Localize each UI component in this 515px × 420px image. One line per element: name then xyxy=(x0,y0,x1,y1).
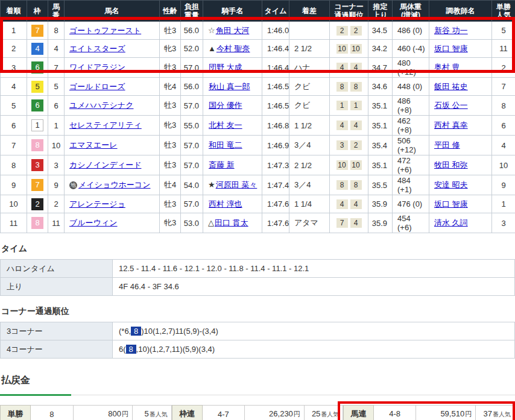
frame-cell: 8 xyxy=(27,213,48,233)
sex-age: 牝3 xyxy=(160,40,181,58)
payout-combination: 4-8 xyxy=(374,406,416,420)
trainer-link[interactable]: 奥村 豊 xyxy=(434,63,460,72)
horse-name-cell: エイトスターズ xyxy=(65,40,160,58)
finish-time: 1:46.4 xyxy=(262,40,289,58)
payout-amount: 59,510円 xyxy=(416,406,476,420)
horse-number: 2 xyxy=(48,195,65,213)
agari-label: 上り xyxy=(1,278,113,296)
corner-positions: 44 xyxy=(330,116,368,136)
last-3f: 34.6 xyxy=(368,78,393,96)
win-popularity: 5 xyxy=(492,22,515,40)
horse-name-link[interactable]: エイトスターズ xyxy=(69,44,125,53)
horse-name-cell: アレンテージョ xyxy=(65,195,160,213)
horse-weight: 484 (+1) xyxy=(393,175,429,195)
jockey-link[interactable]: 秋山 真一郎 xyxy=(209,82,250,91)
last-3f: 35.1 xyxy=(368,96,393,116)
horse-name-link[interactable]: エマヌエーレ xyxy=(69,140,118,149)
corner-pass-box: 8 xyxy=(350,82,362,92)
result-row-1: 1 7 8 ゴートゥファースト 牡3 56.0 ☆角田 大河 1:46.0 22… xyxy=(1,22,515,40)
jockey-link[interactable]: 河原田 菜々 xyxy=(216,180,258,189)
popularity-suffix: 番人気 xyxy=(493,411,511,418)
horse-name-link[interactable]: ブルーウィン xyxy=(69,218,118,227)
margin: 2 1/2 xyxy=(289,155,330,175)
horse-name-link[interactable]: メイショウホーコン xyxy=(78,180,150,189)
corner-pass-box: 2 xyxy=(350,140,362,150)
corner3-pre: (*6, xyxy=(119,327,131,336)
payout-label-win: 単勝 xyxy=(1,406,31,420)
payout-row-bracket: 枠連 4-7 26,230円 25番人気 xyxy=(172,406,343,420)
finish-position: 7 xyxy=(1,136,27,155)
horse-number: 5 xyxy=(48,78,65,96)
trainer-cell: 石坂 公一 xyxy=(429,96,492,116)
carried-weight: 57.0 xyxy=(181,58,203,78)
finish-position: 9 xyxy=(1,175,27,195)
trainer-link[interactable]: 西村 真幸 xyxy=(434,121,468,130)
sex-age: 牝3 xyxy=(160,213,181,233)
trainer-link[interactable]: 清水 久詞 xyxy=(434,218,468,227)
horse-name-cell: ゴートゥファースト xyxy=(65,22,160,40)
amount-value: 800 xyxy=(108,409,121,418)
corner4-row: 4コーナー 6(8,10)(1,2,7,11)(5,9)(3,4) xyxy=(1,340,515,359)
horse-number: 7 xyxy=(48,58,65,78)
sex-age: 牡3 xyxy=(160,195,181,213)
corner-pass-box: 4 xyxy=(336,121,348,130)
jockey-link[interactable]: 北村 友一 xyxy=(209,121,242,130)
trainer-link[interactable]: 新谷 功一 xyxy=(434,26,468,35)
jockey-link[interactable]: 田口 貫太 xyxy=(215,218,248,227)
local-horse-badge: 地 xyxy=(69,181,77,189)
jockey-link[interactable]: 今村 聖奈 xyxy=(216,44,250,53)
trainer-link[interactable]: 平田 修 xyxy=(434,140,460,149)
trainer-link[interactable]: 坂口 智康 xyxy=(434,44,468,53)
jockey-link[interactable]: 斎藤 新 xyxy=(209,160,235,169)
jockey-link[interactable]: 角田 大河 xyxy=(216,26,250,35)
payout-row-quinella: 馬連 4-8 59,510円 37番人気 xyxy=(344,406,515,420)
carried-weight: 55.0 xyxy=(181,116,203,136)
payout-combination: 8 xyxy=(31,406,74,420)
horse-name-link[interactable]: ゴートゥファースト xyxy=(69,26,141,35)
finish-position: 2 xyxy=(1,40,27,58)
trainer-link[interactable]: 石坂 公一 xyxy=(434,101,468,110)
result-row-11: 11 8 11 ブルーウィン 牝3 53.0 △田口 貫太 1:47.6 アタマ… xyxy=(1,213,515,233)
carried-weight: 57.0 xyxy=(181,96,203,116)
corner-pass-box: 10 xyxy=(350,44,362,54)
carried-weight: 57.0 xyxy=(181,155,203,175)
horse-name-cell: ブルーウィン xyxy=(65,213,160,233)
furlong-time-value: 12.5 - 11.4 - 11.6 - 12.1 - 12.0 - 11.8 … xyxy=(113,260,515,278)
trainer-link[interactable]: 飯田 祐史 xyxy=(434,82,468,91)
horse-name-cell: ゴールドローズ xyxy=(65,78,160,96)
jockey-link[interactable]: 西村 淳也 xyxy=(209,199,242,208)
col-header-trainer: 調教師名 xyxy=(429,1,492,22)
carried-weight: 57.0 xyxy=(181,136,203,155)
horse-weight: 448 (0) xyxy=(393,78,429,96)
frame-cell: 2 xyxy=(27,195,48,213)
horse-number: 8 xyxy=(48,22,65,40)
trainer-link[interactable]: 坂口 智康 xyxy=(434,199,468,208)
jockey-link[interactable]: 国分 優作 xyxy=(209,101,242,110)
horse-number: 9 xyxy=(48,175,65,195)
sex-age: 牡3 xyxy=(160,22,181,40)
trainer-link[interactable]: 牧田 和弥 xyxy=(434,160,468,169)
horse-name-link[interactable]: アレンテージョ xyxy=(69,199,125,208)
corner-pass-box: 4 xyxy=(350,218,362,228)
jockey-cell: ☆角田 大河 xyxy=(203,22,262,40)
horse-name-link[interactable]: カシノインディード xyxy=(69,160,141,169)
jockey-link[interactable]: 団野 大成 xyxy=(209,63,242,72)
frame-cell: 3 xyxy=(27,155,48,175)
horse-name-link[interactable]: ユメハハテシナク xyxy=(69,101,133,110)
horse-name-link[interactable]: ワイドアラジン xyxy=(69,63,125,72)
finish-position: 5 xyxy=(1,96,27,116)
finish-position: 3 xyxy=(1,58,27,78)
frame-cell: 7 xyxy=(27,22,48,40)
corner-section-title: コーナー通過順位 xyxy=(1,306,515,317)
jockey-link[interactable]: 和田 竜二 xyxy=(209,140,242,149)
win-popularity: 9 xyxy=(492,175,515,195)
popularity-suffix: 番人気 xyxy=(321,411,339,418)
trainer-link[interactable]: 安達 昭夫 xyxy=(434,180,468,189)
trainer-cell: 新谷 功一 xyxy=(429,22,492,40)
jockey-mark: ▲ xyxy=(208,44,216,53)
frame-badge: 2 xyxy=(31,198,43,210)
carried-weight: 57.0 xyxy=(181,195,203,213)
horse-name-link[interactable]: セレスティアリティ xyxy=(69,121,142,130)
trainer-cell: 西村 真幸 xyxy=(429,116,492,136)
horse-name-link[interactable]: ゴールドローズ xyxy=(69,82,125,91)
